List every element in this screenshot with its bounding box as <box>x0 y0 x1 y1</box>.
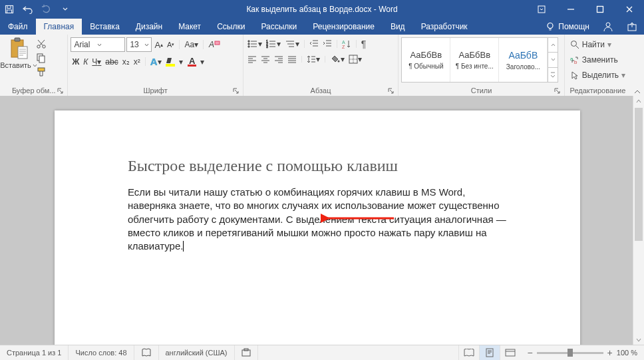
paste-button[interactable]: Вставить <box>3 36 35 69</box>
zoom-thumb[interactable] <box>567 349 573 357</box>
book-icon <box>141 348 152 357</box>
view-web-icon[interactable] <box>500 345 520 360</box>
bold-button[interactable]: Ж <box>71 56 80 68</box>
status-macro[interactable] <box>235 345 258 360</box>
select-button[interactable]: Выделить▾ <box>567 68 628 83</box>
outdent-button[interactable] <box>308 38 320 50</box>
svg-rect-20 <box>188 65 196 67</box>
svg-point-5 <box>548 23 553 29</box>
status-words[interactable]: Число слов: 48 <box>69 345 134 360</box>
status-language[interactable]: английский (США) <box>159 345 235 360</box>
font-size-combo[interactable]: 13 <box>126 37 152 52</box>
shading-button[interactable]: ▾ <box>329 53 346 65</box>
font-color-button[interactable]: A▾ <box>186 55 206 69</box>
tell-me-label: Помощн <box>558 22 589 31</box>
clear-format-button[interactable]: A <box>207 38 222 51</box>
copy-icon <box>36 53 47 63</box>
tab-insert[interactable]: Вставка <box>82 19 128 35</box>
scroll-thumb[interactable] <box>635 108 643 241</box>
status-proofing[interactable] <box>134 345 159 360</box>
maximize-icon[interactable] <box>585 0 615 19</box>
strike-button[interactable]: abc <box>104 56 119 68</box>
search-icon <box>570 40 579 49</box>
scroll-down-icon[interactable] <box>633 335 644 345</box>
numbering-button[interactable]: 123▾ <box>265 38 282 50</box>
qat-customize-icon[interactable] <box>56 0 75 19</box>
shrink-font-button[interactable]: A▾ <box>166 39 176 50</box>
cut-button[interactable] <box>35 37 48 51</box>
tab-design[interactable]: Дизайн <box>128 19 170 35</box>
redo-icon[interactable] <box>37 0 56 19</box>
share-icon[interactable] <box>620 21 644 32</box>
change-case-button[interactable]: Aa▾ <box>183 39 200 51</box>
justify-button[interactable] <box>286 54 298 65</box>
bullets-button[interactable]: ▾ <box>246 38 263 50</box>
zoom-in-button[interactable]: + <box>607 347 613 358</box>
group-editing: Найти▾ abЗаменить Выделить▾ Редактирован… <box>565 35 631 96</box>
highlight-button[interactable]: ▾ <box>164 55 184 69</box>
text-effects-button[interactable]: A▾ <box>149 55 163 69</box>
text-cursor <box>183 241 184 252</box>
align-center-button[interactable] <box>259 54 271 65</box>
account-icon[interactable] <box>596 21 620 32</box>
close-icon[interactable] <box>615 0 644 19</box>
ribbon-options-icon[interactable] <box>527 0 556 19</box>
italic-button[interactable]: К <box>82 56 89 68</box>
gallery-scroll <box>548 38 558 82</box>
style-no-spacing[interactable]: АаБбВв¶ Без инте... <box>450 38 499 82</box>
sort-button[interactable]: AZ <box>341 38 353 50</box>
save-icon[interactable] <box>0 0 19 19</box>
grow-font-button[interactable]: A▴ <box>153 39 164 51</box>
launcher-icon[interactable] <box>388 87 394 95</box>
gallery-more-icon[interactable] <box>548 68 558 82</box>
tab-developer[interactable]: Разработчик <box>413 19 476 35</box>
svg-point-6 <box>606 23 610 27</box>
borders-button[interactable]: ▾ <box>347 53 363 65</box>
format-painter-button[interactable] <box>35 65 48 79</box>
minimize-icon[interactable] <box>556 0 585 19</box>
launcher-icon[interactable] <box>57 87 63 95</box>
style-normal[interactable]: АаБбВв¶ Обычный <box>402 38 450 82</box>
gallery-down-icon[interactable] <box>548 53 558 67</box>
tab-view[interactable]: Вид <box>383 19 413 35</box>
copy-button[interactable] <box>35 51 48 65</box>
zoom-slider[interactable] <box>537 352 603 354</box>
svg-rect-17 <box>215 41 220 45</box>
launcher-icon[interactable] <box>233 87 239 95</box>
title-bar: Как выделить абзац в Ворде.docx - Word <box>0 0 644 19</box>
align-right-button[interactable] <box>273 54 285 65</box>
zoom-controls: − + 100 % <box>520 347 644 358</box>
subscript-button[interactable]: x₂ <box>121 56 131 68</box>
line-spacing-button[interactable]: ▾ <box>305 53 321 65</box>
replace-button[interactable]: abЗаменить <box>567 53 628 67</box>
find-button[interactable]: Найти▾ <box>567 37 628 52</box>
tab-layout[interactable]: Макет <box>170 19 209 35</box>
undo-icon[interactable] <box>19 0 37 19</box>
view-read-icon[interactable] <box>458 345 479 360</box>
tell-me[interactable]: Помощн <box>539 19 596 35</box>
tab-references[interactable]: Ссылки <box>209 19 253 35</box>
multilevel-button[interactable]: ▾ <box>283 38 301 50</box>
view-print-icon[interactable] <box>479 345 500 360</box>
status-page[interactable]: Страница 1 из 1 <box>0 345 69 360</box>
launcher-icon[interactable] <box>554 87 560 95</box>
align-left-button[interactable] <box>246 54 258 65</box>
collapse-ribbon-icon[interactable] <box>631 35 644 96</box>
font-name-combo[interactable]: Arial <box>71 37 125 52</box>
tab-mailings[interactable]: Рассылки <box>253 19 305 35</box>
style-heading1[interactable]: АаБбВЗаголово... <box>499 38 548 82</box>
indent-button[interactable] <box>321 38 333 50</box>
tab-home[interactable]: Главная <box>36 19 82 35</box>
page[interactable]: Быстрое выделение с помощью клавиш Если … <box>55 110 580 345</box>
show-marks-button[interactable]: ¶ <box>360 37 368 51</box>
tab-review[interactable]: Рецензирование <box>305 19 383 35</box>
scroll-up-icon[interactable] <box>633 96 644 106</box>
group-paragraph: ▾ 123▾ ▾ AZ ¶ ▾ <box>243 35 399 96</box>
superscript-button[interactable]: x² <box>132 56 142 68</box>
tab-file[interactable]: Файл <box>0 19 36 35</box>
zoom-out-button[interactable]: − <box>527 347 532 358</box>
underline-button[interactable]: Ч▾ <box>90 56 102 68</box>
zoom-level[interactable]: 100 % <box>617 349 637 357</box>
gallery-up-icon[interactable] <box>548 38 558 53</box>
vertical-scrollbar[interactable] <box>633 96 644 345</box>
